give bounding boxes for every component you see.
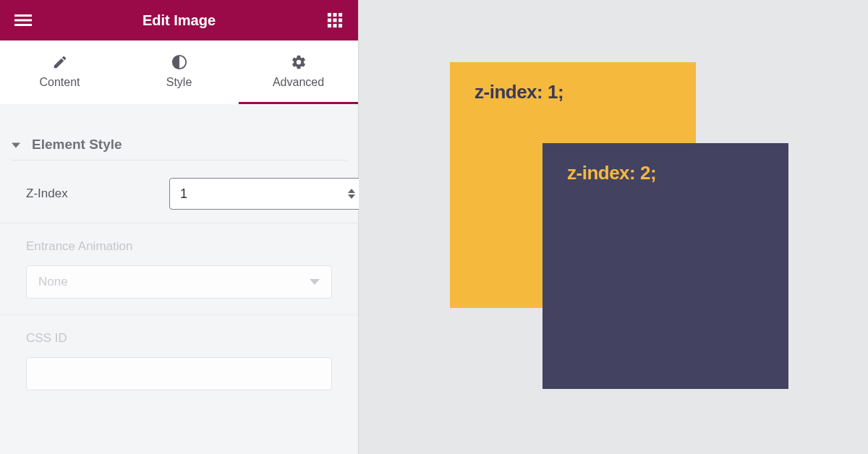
zindex-label: Z-Index [26,187,156,201]
tabs: Content Style Advanced [0,40,358,104]
svg-rect-4 [333,13,336,17]
stepper-down-icon[interactable] [348,194,355,199]
box2-label: z-index: 2; [542,143,788,203]
preview-canvas: z-index: 1; z-index: 2; [359,0,868,454]
svg-rect-1 [14,20,32,22]
field-entrance-animation: Entrance Animation None [0,223,358,315]
svg-rect-10 [333,24,336,27]
tab-advanced-label: Advanced [273,76,324,89]
editor-panel: Edit Image Content Style [0,0,359,454]
apps-icon[interactable] [325,10,345,30]
menu-icon[interactable] [13,10,33,30]
cssid-label: CSS ID [26,331,332,346]
tab-content-label: Content [39,76,80,89]
entrance-animation-select[interactable]: None [26,265,332,299]
pencil-icon [52,54,68,70]
contrast-icon [171,54,187,70]
tab-advanced[interactable]: Advanced [239,40,358,104]
tab-style-label: Style [166,76,192,89]
zindex-demo-box-2: z-index: 2; [542,143,788,389]
tab-style[interactable]: Style [119,40,239,104]
field-zindex: Z-Index [0,160,358,223]
stepper-up-icon[interactable] [348,189,355,193]
svg-rect-9 [328,24,331,27]
svg-rect-7 [333,18,336,22]
cssid-input[interactable] [26,357,332,390]
svg-rect-6 [328,18,331,22]
zindex-stepper [348,189,358,199]
entrance-animation-label: Entrance Animation [26,239,332,254]
chevron-down-icon [310,279,320,285]
caret-down-icon [12,138,22,151]
zindex-input[interactable] [180,187,348,202]
panel-header: Edit Image [0,0,358,40]
svg-rect-8 [339,18,342,22]
svg-rect-11 [339,24,342,27]
gear-icon [291,54,307,70]
svg-rect-5 [339,13,342,17]
field-css-id: CSS ID [0,315,358,406]
tab-content[interactable]: Content [0,40,119,104]
svg-rect-2 [14,24,32,26]
box1-label: z-index: 1; [450,62,696,122]
panel-title: Edit Image [33,12,325,29]
section-title: Element Style [32,137,122,153]
svg-rect-0 [14,14,32,17]
svg-rect-3 [328,13,331,17]
section-toggle-element-style[interactable]: Element Style [12,129,346,160]
zindex-input-wrap [169,178,366,210]
entrance-animation-value: None [38,275,68,289]
